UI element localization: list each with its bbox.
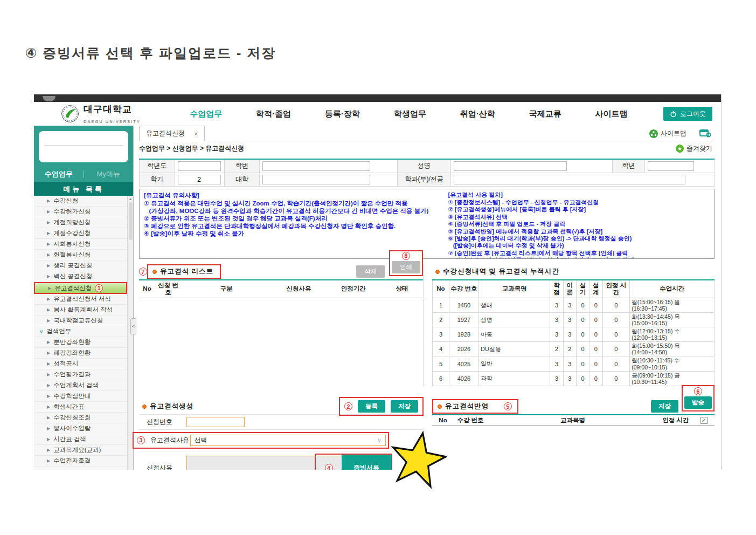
sidebar-item[interactable]: ▶헌혈봉사신청: [34, 250, 127, 260]
nav-item-active[interactable]: 수업업무: [190, 109, 222, 119]
nav-item[interactable]: 학생업무: [394, 109, 426, 119]
nav-item[interactable]: 등록·장학: [325, 109, 360, 119]
delete-button[interactable]: 삭제: [356, 265, 385, 278]
semester-input[interactable]: [178, 175, 221, 184]
sidebar-item[interactable]: ▶수업전자출결: [34, 456, 127, 467]
enrollment-row: 54025 일반 330 00 월(10:30~11:45) 수(09:00~1…: [433, 356, 715, 371]
sidebar-item[interactable]: ▶시간표 검색: [34, 434, 127, 445]
absence-create-section: 유고결석생성 2 등록 저장 신청번호 3: [139, 399, 424, 470]
notice-line: ③ 폐강으로 인한 유고결석은 단과대학행정실에서 폐강과목 수강신청자 명단 …: [144, 222, 444, 230]
notice-line: ⑤ [유고결석반영] 메뉴에서 적용할 교과목 선택(√)후 [저장]: [448, 228, 710, 235]
main-pane: 유고결석신청 × 사이트맵: [133, 126, 721, 470]
chevron-down-icon: ∨: [377, 437, 382, 444]
sidebar-item[interactable]: ▶백신 공결신청: [34, 271, 127, 282]
logout-button[interactable]: 로그아웃: [663, 107, 712, 121]
sidebar-group-search[interactable]: ∨ 검색업무: [34, 326, 127, 337]
print-button[interactable]: 인쇄: [392, 261, 420, 273]
scroll-up-icon[interactable]: ▲: [129, 197, 133, 201]
power-icon: [670, 111, 677, 118]
nav-item[interactable]: 국제교류: [529, 109, 561, 119]
sidebar-item-absence-apply[interactable]: ▶ 유고결석신청 1: [34, 282, 127, 294]
sidebar-item[interactable]: ▶분반강좌현황: [34, 337, 127, 348]
select-all-checkbox[interactable]: ✓: [700, 417, 708, 424]
college-input[interactable]: [262, 175, 370, 184]
app-header: 대구대학교 DAEGU UNIVERSITY 수업업무 학적·졸업등록·장학학생…: [34, 102, 721, 126]
university-name: 대구대학교 DAEGU UNIVERSITY: [84, 103, 141, 125]
name-input[interactable]: [454, 161, 567, 171]
major-input[interactable]: [454, 175, 685, 184]
sidebar-tab-mymenu[interactable]: My메뉴: [84, 169, 134, 179]
triangle-right-icon: ▶: [47, 198, 50, 203]
sitemap-link[interactable]: 사이트맵: [649, 129, 686, 138]
sidebar-item[interactable]: ▶성적공시: [34, 359, 127, 369]
annotation-box-4: 4 증빙서류: [315, 454, 392, 470]
sidebar-item[interactable]: ▶생리 공결신청: [34, 260, 127, 271]
sidebar-item[interactable]: ▶수강신청조회: [34, 413, 127, 423]
sidebar-item[interactable]: ▶수강학점안내: [34, 391, 127, 402]
triangle-right-icon: ▶: [47, 458, 50, 463]
sidebar-item[interactable]: ▶수업평가결과: [34, 369, 127, 380]
section-bullet-icon: [438, 404, 442, 409]
notice-box: [유고결석 유의사항] ① 유고결석 적용은 대면수업 및 실시간 Zoom 수…: [139, 189, 715, 259]
triangle-right-icon: ▶: [47, 361, 50, 366]
sidebar-item[interactable]: ▶수업계획서 검색: [34, 380, 127, 391]
sidebar-collapse-handle[interactable]: <: [130, 318, 136, 334]
studentno-input[interactable]: [262, 161, 370, 171]
register-button[interactable]: 등록: [358, 400, 385, 413]
global-nav: 수업업무 학적·졸업등록·장학학생업무취업·산학국제교류사이트맵: [141, 109, 663, 119]
absence-apply-table: No 수강 번호 교과목명 인정 시간 ✓: [432, 414, 715, 426]
annotation-box-3: 3 유고결석사유 선택 ∨: [133, 432, 389, 449]
sidebar-item[interactable]: ▶유고결석신청서 서식: [34, 294, 127, 305]
sidebar-item[interactable]: ▶사회봉사신청: [34, 239, 127, 250]
notice-line: ⑧ 인쇄된 유고결석확인서를 신청일로부터 7일 이내에 증빙서류와 함께: [448, 257, 710, 258]
save-create-button[interactable]: 저장: [391, 400, 418, 413]
enrollment-row: 64026 과학 330 00 금(09:00~10:15) 금(10:30~1…: [433, 371, 715, 386]
scrollbar-thumb[interactable]: [129, 202, 133, 240]
year-input[interactable]: [178, 161, 221, 171]
save-apply-button[interactable]: 저장: [651, 400, 678, 413]
sidebar-item[interactable]: ▶폐강강좌현황: [34, 348, 127, 359]
absence-list-section: 7 유고결석 리스트 삭제 8 인쇄: [139, 264, 424, 386]
semester-label: 학기: [140, 173, 175, 186]
request-no-input[interactable]: [186, 417, 245, 427]
notice-line: ④ [증빙서류]선택 후 파일 업로드 - 저장 클릭: [448, 221, 710, 228]
nav-item[interactable]: 사이트맵: [595, 109, 628, 119]
attach-document-button[interactable]: 증빙서류: [342, 455, 391, 470]
sidebar-item[interactable]: ▶봉사 활동계획서 작성: [34, 305, 127, 315]
absence-apply-section: 유고결석반영 5 저장 6 발송 No 수강 번호: [432, 399, 715, 470]
sidebar-item[interactable]: ▶교과목개요(교과): [34, 445, 127, 456]
sidebar-item[interactable]: ▶계절희망신청: [34, 217, 127, 228]
triangle-right-icon: ▶: [47, 415, 50, 420]
annotation-box-8: 8 인쇄: [389, 250, 423, 276]
studentno-label: 학번: [224, 159, 260, 173]
triangle-right-icon: ▶: [47, 252, 50, 257]
sidebar-item[interactable]: ▶수강신청: [34, 196, 127, 207]
favorite-button[interactable]: ★ 즐겨찾기: [676, 144, 712, 153]
nav-item[interactable]: 학적·졸업: [256, 109, 291, 119]
sidebar-item[interactable]: ▶학생시간표: [34, 402, 127, 413]
absence-list-empty: [139, 298, 423, 385]
grade-input[interactable]: [648, 161, 694, 171]
request-no-label: 신청번호: [139, 417, 186, 427]
annotation-8: 8: [402, 252, 410, 260]
star-icon: ★: [676, 145, 684, 153]
annotation-6: 6: [694, 387, 702, 395]
enrollment-table: No 수강 번호 교과목명 학 점 이 론 실 기 설 계 인정 시간 수업시간: [432, 279, 715, 386]
sidebar-item[interactable]: ▶봉사이수열람: [34, 423, 127, 434]
send-button[interactable]: 발송: [684, 396, 712, 409]
sidebar-tab-work[interactable]: 수업업무: [34, 169, 84, 179]
sidebar-item[interactable]: ▶수강허가신청: [34, 207, 127, 217]
nav-item[interactable]: 취업·산학: [460, 109, 495, 119]
tab-absence-apply[interactable]: 유고결석신청 ×: [139, 126, 205, 141]
notice-line: ⑦ [승인]완료 후 [유고결석 리스트]에서 해당 항목 선택후 [인쇄] 클…: [448, 250, 710, 257]
sidebar-item[interactable]: ▶국내학점교류신청: [34, 315, 127, 326]
notice-line: ② 증빙서류가 위조 또는 변조된 것일 경우 해당 교과목 실격(F)처리: [144, 215, 444, 222]
annotation-5: 5: [504, 402, 512, 410]
popup-window-icon[interactable]: [699, 129, 711, 138]
chevron-down-icon: ∨: [39, 328, 43, 334]
page-title: ④ 증빙서류 선택 후 파일업로드 - 저장: [25, 44, 276, 62]
sidebar-item[interactable]: ▶계절수강신청: [34, 228, 127, 239]
reason-type-select[interactable]: 선택 ∨: [190, 435, 386, 446]
annotation-box-6: 6 발송: [682, 385, 715, 411]
close-icon[interactable]: ×: [195, 131, 198, 137]
